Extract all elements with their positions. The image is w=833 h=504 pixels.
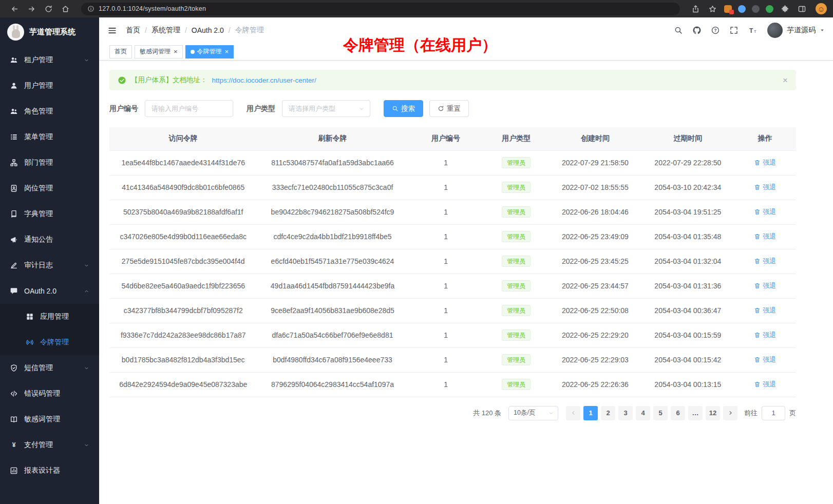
forward-icon[interactable] <box>27 5 36 13</box>
extension-icon-4[interactable] <box>766 5 773 13</box>
edit-icon <box>10 261 18 269</box>
breadcrumb-item[interactable]: 首页 <box>126 26 140 35</box>
sidebar-item-role[interactable]: 角色管理 <box>0 99 99 124</box>
force-logout-button[interactable]: 强退 <box>754 380 776 389</box>
force-logout-button[interactable]: 强退 <box>754 257 776 266</box>
browser-profile-avatar[interactable] <box>816 3 827 14</box>
search-button-label: 搜索 <box>401 104 415 113</box>
delete-icon <box>754 258 761 264</box>
github-icon[interactable] <box>692 26 702 35</box>
force-logout-button[interactable]: 强退 <box>754 158 776 167</box>
reload-icon[interactable] <box>44 5 53 13</box>
help-icon[interactable]: ? <box>711 26 720 35</box>
sidebar-collapse-icon[interactable] <box>107 26 117 35</box>
sidebar-item-tenant[interactable]: 租户管理 <box>0 47 99 73</box>
fullscreen-icon[interactable] <box>729 26 739 35</box>
share-icon[interactable] <box>691 5 700 13</box>
access-token-cell: 275e5de9151045fe87cbdc395e004f4d <box>109 249 257 274</box>
refresh-token-cell: e6cfd40eb1f54571a31e775e039c4624 <box>257 249 408 274</box>
create-time-cell: 2022-06-25 23:45:25 <box>549 249 641 274</box>
refresh-token-cell: cdfc4ce9c2da4bb1bdf21b9918ff4be5 <box>257 224 408 249</box>
access-token-cell: c342377bf8b344799dcbf7bf095287f2 <box>109 298 257 323</box>
sidebar-item-oauth2[interactable]: OAuth 2.0 <box>0 278 99 304</box>
expire-time-cell: 2054-03-04 01:32:04 <box>641 249 734 274</box>
user-type-cell: 管理员 <box>484 200 549 224</box>
sidebar-item-oauth2-app[interactable]: 应用管理 <box>0 304 99 329</box>
force-logout-button[interactable]: 强退 <box>754 306 776 315</box>
tab-0[interactable]: 首页 <box>109 45 132 59</box>
page-button-6[interactable]: 6 <box>671 406 685 420</box>
page-button-4[interactable]: 4 <box>636 406 650 420</box>
user-menu[interactable]: 芋道源码 <box>767 23 825 38</box>
sidebar-item-sms[interactable]: 短信管理 <box>0 355 99 381</box>
prev-page-button[interactable] <box>566 406 580 420</box>
force-logout-button[interactable]: 强退 <box>754 207 776 217</box>
force-logout-button[interactable]: 强退 <box>754 355 776 364</box>
user-type-tag: 管理员 <box>502 354 531 365</box>
app-icon <box>26 313 34 321</box>
doc-link[interactable]: https://doc.iocoder.cn/user-center/ <box>212 76 316 84</box>
sidebar-item-label: 令牌管理 <box>40 338 89 347</box>
tab-1[interactable]: 敏感词管理 <box>135 45 183 59</box>
force-logout-button[interactable]: 强退 <box>754 331 776 340</box>
extension-icon-1[interactable] <box>724 5 732 13</box>
page-button-1[interactable]: 1 <box>583 406 598 420</box>
extension-icon-2[interactable] <box>738 5 746 13</box>
alert-close-icon[interactable] <box>783 76 788 85</box>
tab-close-icon[interactable] <box>174 48 178 55</box>
sidebar-item-sensitive-word[interactable]: 敏感词管理 <box>0 406 99 432</box>
reset-button[interactable]: 重置 <box>429 100 469 117</box>
sidebar-item-notice[interactable]: 通知公告 <box>0 227 99 253</box>
sidebar-item-dept[interactable]: 部门管理 <box>0 150 99 176</box>
extensions-puzzle-icon[interactable] <box>781 5 789 13</box>
sidebar-item-report[interactable]: 报表设计器 <box>0 458 99 483</box>
sidebar-item-dict[interactable]: 字典管理 <box>0 201 99 227</box>
page-button-3[interactable]: 3 <box>618 406 633 420</box>
breadcrumb-item[interactable]: OAuth 2.0 <box>192 26 224 34</box>
force-logout-button[interactable]: 强退 <box>754 281 776 290</box>
page-button-5[interactable]: 5 <box>653 406 668 420</box>
access-token-cell: 41c41346a548490f9dc8b01c6bfe0865 <box>109 175 257 200</box>
active-tab-dot <box>191 50 195 54</box>
side-panel-icon[interactable] <box>798 5 806 13</box>
sidebar-item-error-code[interactable]: 错误码管理 <box>0 381 99 406</box>
user-id-input[interactable] <box>145 100 233 117</box>
user-type-cell: 管理员 <box>484 175 549 200</box>
user-id-cell: 1 <box>408 150 484 175</box>
page-size-select[interactable]: 10条/页 <box>508 406 558 420</box>
home-icon[interactable] <box>61 5 70 13</box>
user-type-tag: 管理员 <box>502 182 531 193</box>
app-logo[interactable]: 芋道管理系统 <box>0 17 99 46</box>
site-info-icon[interactable] <box>87 5 94 12</box>
goto-page-input[interactable] <box>762 406 785 420</box>
next-page-button[interactable] <box>723 406 737 420</box>
sidebar-item-post[interactable]: 岗位管理 <box>0 176 99 201</box>
extension-icon-3[interactable] <box>752 5 760 13</box>
tab-2[interactable]: 令牌管理 <box>185 45 234 59</box>
search-button[interactable]: 搜索 <box>384 100 423 117</box>
force-logout-button[interactable]: 强退 <box>754 232 776 241</box>
user-type-select[interactable]: 请选择用户类型 <box>282 100 370 117</box>
sidebar-item-label: 支付管理 <box>24 440 78 450</box>
font-size-icon[interactable]: TT <box>748 26 757 35</box>
breadcrumb-item[interactable]: 系统管理 <box>152 26 180 35</box>
sidebar-item-pay[interactable]: ¥支付管理 <box>0 432 99 458</box>
tab-label: 首页 <box>115 47 127 56</box>
bookmark-star-icon[interactable] <box>708 5 717 13</box>
sidebar-item-user[interactable]: 用户管理 <box>0 73 99 99</box>
address-bar[interactable]: 127.0.0.1:1024/system/oauth2/token <box>81 3 680 15</box>
page-button-12[interactable]: 12 <box>706 406 720 420</box>
sidebar-item-audit-log[interactable]: 审计日志 <box>0 253 99 278</box>
page-button-2[interactable]: 2 <box>601 406 615 420</box>
tab-close-icon[interactable] <box>225 48 229 55</box>
sidebar-item-oauth2-token[interactable]: 令牌管理 <box>0 329 99 355</box>
page-ellipsis[interactable]: … <box>688 406 703 420</box>
user-type-cell: 管理员 <box>484 224 549 249</box>
force-logout-button[interactable]: 强退 <box>754 183 776 192</box>
sidebar-item-menu[interactable]: 菜单管理 <box>0 124 99 150</box>
total-count: 共 120 条 <box>473 409 501 418</box>
back-icon[interactable] <box>10 5 19 13</box>
search-icon[interactable] <box>674 26 683 35</box>
expire-time-cell: 2054-03-04 00:13:15 <box>641 372 734 397</box>
user-type-cell: 管理员 <box>484 150 549 175</box>
